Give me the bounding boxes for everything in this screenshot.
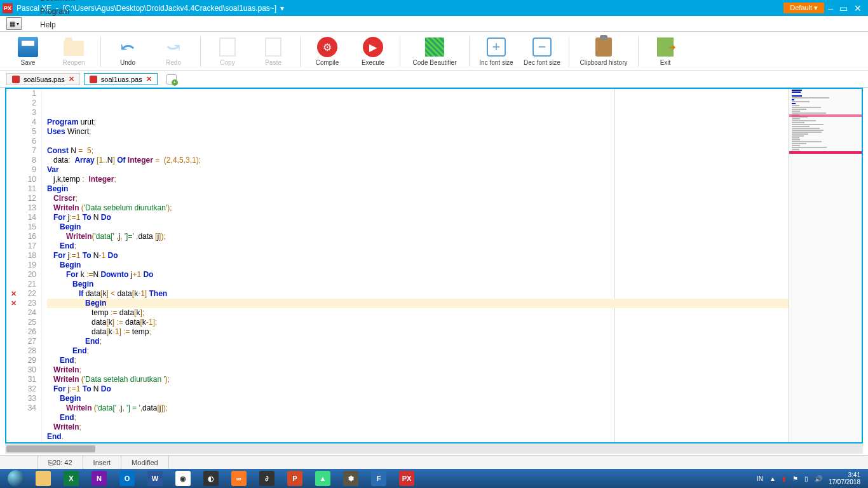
error-marker-icon[interactable]: ✕ <box>8 289 17 299</box>
minimap[interactable] <box>789 89 862 442</box>
code-line[interactable]: Uses Wincrt; <box>47 127 789 137</box>
scrollbar-thumb[interactable] <box>6 445 95 452</box>
code-line[interactable]: For j:=1 To N Do <box>47 384 789 394</box>
code-area[interactable]: Program urut;Uses Wincrt;Const N = 5; da… <box>42 89 789 442</box>
taskbar-app1[interactable]: ◐ <box>198 470 224 487</box>
code-line[interactable]: End; <box>47 356 789 365</box>
code-line[interactable]: Var <box>47 165 789 175</box>
code-line[interactable]: For j:=1 To N-1 Do <box>47 251 789 261</box>
minimize-button[interactable]: – <box>828 3 833 13</box>
code-line[interactable]: End; <box>47 337 789 346</box>
start-button[interactable] <box>4 470 28 487</box>
code-line[interactable] <box>47 137 789 146</box>
menu-tab-help[interactable]: Help <box>28 18 138 31</box>
code-line[interactable]: j,k,temp : Integer; <box>47 175 789 184</box>
taskbar-app2[interactable]: ∂ <box>254 470 280 487</box>
undo-button[interactable]: ⤺Undo <box>106 35 149 67</box>
decfont-button[interactable]: −Dec font size <box>520 35 564 67</box>
file-icon <box>90 76 97 83</box>
tray-volume-icon[interactable]: 🔊 <box>815 475 822 482</box>
file-tab[interactable]: soal1uas.pas✕ <box>84 73 158 85</box>
clip-icon <box>593 36 614 58</box>
code-line[interactable]: Begin <box>47 222 789 232</box>
code-line[interactable]: Writeln('data[' ,j, ']=' ,data [j]); <box>47 232 789 241</box>
default-layout-button[interactable]: Default ▾ <box>783 3 824 13</box>
code-line[interactable]: Begin <box>47 299 789 308</box>
taskbar-outlook[interactable]: O <box>114 470 140 487</box>
taskbar-chrome[interactable]: ◉ <box>170 470 196 487</box>
compile-icon: ⚙ <box>316 36 338 58</box>
redo-button: ⤻Redo <box>152 35 195 67</box>
code-line[interactable]: Begin <box>47 394 789 403</box>
taskbar-xampp[interactable]: ∞ <box>226 470 252 487</box>
code-line[interactable]: Writeln ('Data sebelum diurutkan'); <box>47 203 789 213</box>
file-tab[interactable]: soal5uas.pas✕ <box>6 73 80 85</box>
title-dropdown-icon[interactable]: ▾ <box>280 4 284 13</box>
tray-flag-icon[interactable]: ▲ <box>770 475 776 482</box>
taskbar-app4[interactable]: F <box>366 470 391 487</box>
copy-icon <box>217 36 238 58</box>
code-line[interactable]: Writeln ('Data setelah diurutkan '); <box>47 375 789 384</box>
code-line[interactable]: End; <box>47 241 789 251</box>
code-line[interactable]: If data[k] < data[k-1] Then <box>47 289 789 299</box>
exit-button[interactable]: Exit <box>644 35 687 67</box>
taskbar-explorer[interactable] <box>31 470 56 487</box>
panel-layout-icon[interactable]: ▦ <box>6 17 22 30</box>
file-icon <box>12 76 20 83</box>
close-tab-icon[interactable]: ✕ <box>146 75 152 83</box>
toolbar-separator <box>638 36 639 67</box>
code-line[interactable]: Writeln ('data[' ,j, '] = ',data[j]); <box>47 403 789 413</box>
compile-button[interactable]: ⚙Compile <box>306 35 349 67</box>
menu-tab-document[interactable]: Document <box>28 0 138 4</box>
taskbar-android[interactable]: ▲ <box>310 470 336 487</box>
tray-app-icon[interactable]: ▮ <box>782 475 786 482</box>
taskbar-excel[interactable]: X <box>58 470 84 487</box>
code-line[interactable]: End; <box>47 346 789 356</box>
tray-network-icon[interactable]: ▯ <box>804 475 808 482</box>
toolbar-separator <box>300 36 301 67</box>
code-line[interactable]: Begin <box>47 261 789 270</box>
file-tab-label: soal5uas.pas <box>24 76 65 83</box>
taskbar-powerpoint[interactable]: P <box>282 470 308 487</box>
horizontal-scrollbar[interactable] <box>5 444 863 454</box>
beautifier-button[interactable]: Code Beautifier <box>405 35 464 67</box>
execute-button[interactable]: ▶Execute <box>351 35 395 67</box>
save-button[interactable]: Save <box>6 35 50 67</box>
onenote-icon: N <box>92 471 107 486</box>
code-line[interactable]: For j:=1 To N Do <box>47 213 789 222</box>
tray-action-icon[interactable]: ⚑ <box>792 475 798 482</box>
incfont-button[interactable]: +Inc font size <box>475 35 518 67</box>
new-file-button[interactable] <box>166 74 177 85</box>
code-line[interactable]: data: Array [1..N] Of Integer = (2,4,5,3… <box>47 156 789 165</box>
taskbar-onenote[interactable]: N <box>86 470 112 487</box>
code-line[interactable]: data[k] := data[k-1]; <box>47 318 789 327</box>
taskbar-pascalxe[interactable]: PX <box>394 470 419 487</box>
maximize-button[interactable]: ▭ <box>839 3 848 13</box>
code-line[interactable]: For k :=N Downto j+1 Do <box>47 270 789 280</box>
code-line[interactable]: Clrscr; <box>47 194 789 203</box>
taskbar-word[interactable]: W <box>142 470 168 487</box>
taskbar-gimp[interactable]: ✽ <box>338 470 363 487</box>
code-line[interactable]: Writeln; <box>47 423 789 432</box>
clipboard-button[interactable]: Clipboard history <box>574 35 633 67</box>
close-button[interactable]: ✕ <box>854 3 862 13</box>
gimp-icon: ✽ <box>343 471 358 486</box>
code-line[interactable]: Const N = 5; <box>47 146 789 156</box>
insert-mode: Insert <box>83 456 122 469</box>
pascalxe-icon: PX <box>399 471 414 486</box>
error-marker-icon[interactable]: ✕ <box>8 299 17 308</box>
system-tray[interactable]: IN ▲ ▮ ⚑ ▯ 🔊 3:41 17/07/2018 <box>757 471 864 485</box>
code-line[interactable]: Writeln; <box>47 365 789 375</box>
input-language[interactable]: IN <box>757 475 763 482</box>
close-tab-icon[interactable]: ✕ <box>69 75 74 83</box>
code-line[interactable]: temp := data[k]; <box>47 308 789 318</box>
code-line[interactable]: Begin <box>47 280 789 289</box>
code-line[interactable]: data[k-1] := temp; <box>47 327 789 337</box>
clock[interactable]: 3:41 17/07/2018 <box>829 471 860 485</box>
code-line[interactable]: Begin <box>47 184 789 194</box>
code-editor[interactable]: 12345678910111213141516171819202122✕23✕2… <box>6 89 789 442</box>
code-line[interactable]: End. <box>47 432 789 442</box>
menu-tab-program[interactable]: Program <box>28 4 138 18</box>
code-line[interactable]: Program urut; <box>47 118 789 127</box>
code-line[interactable]: End; <box>47 413 789 423</box>
